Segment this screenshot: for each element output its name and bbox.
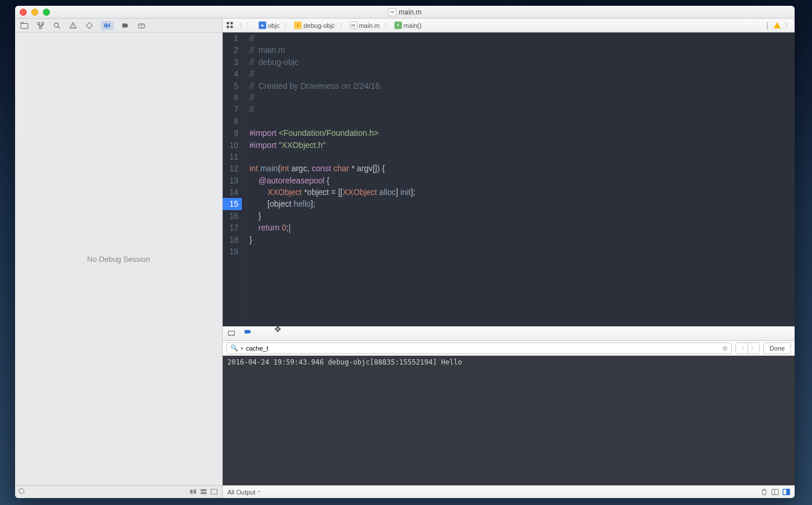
console-search-input[interactable] bbox=[246, 345, 720, 352]
line-number[interactable]: 14 bbox=[223, 186, 242, 198]
code-content[interactable]: //// main.m// debug-objc//// Created by … bbox=[246, 33, 795, 326]
line-number[interactable]: 8 bbox=[223, 116, 242, 127]
line-number[interactable]: 15 bbox=[223, 198, 242, 210]
search-done-button[interactable]: Done bbox=[763, 342, 791, 354]
svg-rect-14 bbox=[201, 492, 206, 493]
close-button[interactable] bbox=[20, 9, 27, 16]
code-line[interactable]: // bbox=[249, 68, 795, 80]
clear-search-icon[interactable]: ⊗ bbox=[722, 344, 728, 352]
code-line[interactable] bbox=[249, 246, 795, 257]
maximize-button[interactable] bbox=[43, 9, 50, 16]
code-line[interactable]: #import <Foundation/Foundation.h> bbox=[249, 127, 795, 139]
svg-rect-15 bbox=[211, 489, 217, 494]
hierarchy-tab-icon[interactable] bbox=[36, 21, 45, 30]
line-number[interactable]: 17 bbox=[223, 222, 242, 233]
report-tab-icon[interactable] bbox=[137, 21, 146, 30]
navigator-sidebar: No Debug Session bbox=[15, 19, 223, 498]
filter-icon[interactable] bbox=[19, 488, 27, 496]
footer-icon-2[interactable] bbox=[200, 488, 208, 496]
code-line[interactable] bbox=[249, 116, 795, 127]
console-output[interactable]: 2016-04-24 19:59:43.946 debug-objc[88835… bbox=[223, 356, 795, 485]
line-number[interactable]: 19 bbox=[223, 246, 242, 257]
line-number[interactable]: 3 bbox=[223, 56, 242, 68]
jumpbar-forward-icon[interactable]: 〉 bbox=[785, 21, 791, 30]
code-line[interactable]: #import "XXObject.h" bbox=[249, 139, 795, 151]
jumpbar-divider-icon[interactable]: │ bbox=[766, 22, 770, 29]
search-next-button[interactable]: 〉 bbox=[748, 343, 759, 354]
line-number[interactable]: 16 bbox=[223, 210, 242, 222]
code-editor[interactable]: 12345678910111213141516171819 //// main.… bbox=[223, 33, 795, 326]
line-number[interactable]: 6 bbox=[223, 92, 242, 103]
line-number[interactable]: 2 bbox=[223, 44, 242, 56]
line-number[interactable]: 5 bbox=[223, 80, 242, 92]
line-number[interactable]: 11 bbox=[223, 151, 242, 163]
line-number[interactable]: 18 bbox=[223, 234, 242, 246]
footer-icon-3[interactable] bbox=[211, 488, 219, 496]
code-line[interactable]: } bbox=[249, 210, 795, 222]
footer-icon-1[interactable] bbox=[190, 488, 198, 496]
console-footer: All Output ⌃ bbox=[223, 485, 795, 498]
line-number[interactable]: 10 bbox=[223, 139, 242, 151]
test-tab-icon[interactable] bbox=[85, 21, 94, 30]
back-button[interactable]: 〈 bbox=[236, 21, 242, 30]
code-line[interactable]: // bbox=[249, 92, 795, 103]
code-line[interactable]: // bbox=[249, 33, 795, 44]
search-tab-icon[interactable] bbox=[52, 21, 61, 30]
code-line[interactable]: @autoreleasepool { bbox=[249, 175, 795, 186]
line-number[interactable]: 7 bbox=[223, 103, 242, 115]
navigator-footer bbox=[15, 485, 222, 498]
breakpoint-tab-icon[interactable] bbox=[121, 21, 130, 30]
breadcrumb-function[interactable]: fmain() bbox=[393, 21, 423, 30]
breadcrumb-file[interactable]: mmain.m bbox=[348, 21, 382, 30]
warning-badge-icon[interactable] bbox=[773, 21, 781, 30]
variables-pane-toggle-icon[interactable] bbox=[771, 488, 779, 496]
svg-rect-11 bbox=[190, 489, 193, 493]
search-prev-button[interactable]: 〈 bbox=[736, 343, 748, 354]
svg-rect-3 bbox=[39, 26, 42, 28]
code-line[interactable]: // debug-objc bbox=[249, 56, 795, 68]
debug-tab-icon[interactable] bbox=[101, 21, 114, 30]
svg-rect-16 bbox=[227, 22, 229, 24]
debug-area: ✥ 🔍▾ ⊗ 〈 〉 Done 2016-04-24 19:59:43.946 … bbox=[223, 326, 795, 498]
code-line[interactable]: // main.m bbox=[249, 44, 795, 56]
svg-rect-8 bbox=[109, 23, 110, 27]
breadcrumb-project[interactable]: ▸objc bbox=[257, 21, 281, 30]
line-number[interactable]: 12 bbox=[223, 163, 242, 174]
toggle-debug-icon[interactable] bbox=[227, 329, 237, 338]
folder-tab-icon[interactable] bbox=[20, 21, 29, 30]
code-line[interactable]: int main(int argc, const char * argv[]) … bbox=[249, 163, 795, 174]
window-body: No Debug Session 〈 〉 ▸objc bbox=[15, 19, 795, 498]
forward-button[interactable]: 〉 bbox=[246, 21, 252, 30]
svg-point-4 bbox=[55, 23, 59, 27]
output-filter-dropdown[interactable]: All Output ⌃ bbox=[227, 489, 262, 496]
code-line[interactable] bbox=[249, 151, 795, 163]
line-number[interactable]: 4 bbox=[223, 68, 242, 80]
console-search-field[interactable]: 🔍▾ ⊗ bbox=[226, 342, 732, 354]
minimize-button[interactable] bbox=[31, 9, 38, 16]
code-line[interactable]: [object hello]; bbox=[249, 198, 795, 210]
clear-console-icon[interactable] bbox=[760, 488, 768, 496]
line-number[interactable]: 13 bbox=[223, 175, 242, 186]
navigator-toolbar bbox=[15, 19, 222, 33]
svg-rect-6 bbox=[106, 23, 107, 28]
console-pane-toggle-icon[interactable] bbox=[782, 488, 790, 496]
drag-handle-icon[interactable]: ✥ bbox=[274, 324, 281, 334]
svg-rect-13 bbox=[201, 489, 206, 490]
traffic-lights bbox=[20, 9, 50, 16]
code-line[interactable]: XXObject *object = [[XXObject alloc] ini… bbox=[249, 186, 795, 198]
breadcrumb-folder[interactable]: ▪debug-objc bbox=[292, 21, 336, 30]
line-number[interactable]: 1 bbox=[223, 33, 242, 44]
code-line[interactable]: return 0; bbox=[249, 222, 795, 233]
svg-rect-5 bbox=[104, 24, 106, 27]
svg-rect-9 bbox=[139, 24, 145, 28]
issues-tab-icon[interactable] bbox=[68, 21, 78, 30]
line-number[interactable]: 9 bbox=[223, 127, 242, 139]
breakpoint-toggle-icon[interactable] bbox=[242, 329, 252, 338]
code-line[interactable]: // Created by Draveness on 2/24/16. bbox=[249, 80, 795, 92]
line-gutter[interactable]: 12345678910111213141516171819 bbox=[223, 33, 246, 326]
code-line[interactable]: // bbox=[249, 103, 795, 115]
svg-rect-17 bbox=[230, 22, 233, 24]
related-items-icon[interactable] bbox=[226, 21, 234, 29]
code-line[interactable]: } bbox=[249, 234, 795, 246]
no-debug-session-label: No Debug Session bbox=[87, 255, 150, 264]
